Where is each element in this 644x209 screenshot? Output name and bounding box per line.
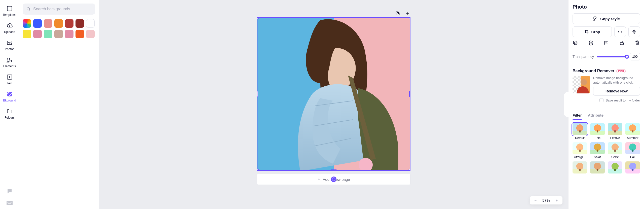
color-swatch[interactable] — [54, 19, 63, 28]
duplicate-page-icon[interactable] — [395, 11, 400, 16]
bg-remover-title: Background Remover — [573, 69, 614, 73]
zoom-out-button[interactable]: − — [533, 198, 538, 202]
resize-edge[interactable] — [409, 91, 410, 97]
remove-now-button[interactable]: Remove Now — [593, 87, 640, 96]
copy-style-label: Copy Style — [600, 17, 620, 21]
color-swatch[interactable] — [86, 19, 95, 28]
filter-option[interactable]: Epic — [590, 123, 605, 140]
nav-photos[interactable]: Photos — [0, 37, 19, 54]
copy-style-button[interactable]: Copy Style — [573, 13, 640, 24]
zoom-value[interactable]: 57% — [542, 198, 550, 202]
transparency-value[interactable]: 100 — [630, 53, 640, 60]
filter-option[interactable]: Cali — [625, 142, 640, 159]
color-swatch[interactable] — [65, 30, 73, 38]
crop-button[interactable]: Crop — [573, 26, 612, 37]
photos-icon — [6, 39, 13, 46]
nav-background[interactable]: Bkground — [0, 88, 19, 105]
filter-option[interactable] — [625, 161, 640, 175]
keyboard-icon[interactable] — [6, 199, 13, 206]
filter-option[interactable] — [573, 161, 587, 175]
nav-label: Uploads — [4, 30, 15, 34]
filter-option[interactable]: Selfie — [608, 142, 622, 159]
lock-icon[interactable] — [619, 40, 625, 46]
resize-edge[interactable] — [257, 91, 258, 97]
flip-vertical-button[interactable] — [628, 26, 640, 37]
nav-label: Bkground — [3, 99, 16, 102]
filter-option[interactable]: Solar — [590, 142, 605, 159]
color-swatch[interactable] — [86, 30, 95, 38]
flip-horizontal-icon — [618, 29, 623, 34]
save-result-row[interactable]: Save result to my folder — [573, 98, 640, 102]
right-panel-collapse-handle[interactable] — [564, 92, 569, 117]
svg-rect-8 — [7, 201, 13, 205]
resize-handle[interactable] — [408, 169, 410, 171]
resize-edge[interactable] — [330, 169, 337, 171]
bg-remover-body: Remove image background automatically wi… — [573, 76, 640, 96]
layers-icon[interactable] — [588, 40, 594, 46]
svg-point-14 — [27, 8, 30, 10]
filter-label: Cali — [630, 155, 635, 159]
filter-option[interactable] — [608, 161, 622, 175]
add-new-page-button[interactable]: Add a new page — [257, 174, 410, 185]
filter-option[interactable] — [590, 161, 605, 175]
filter-label: Aftergl… — [574, 155, 586, 159]
svg-rect-20 — [620, 43, 623, 45]
filter-option[interactable]: Default — [573, 123, 587, 140]
search-backgrounds[interactable] — [23, 4, 95, 15]
color-swatch[interactable] — [23, 30, 31, 38]
background-panel — [19, 0, 99, 209]
color-swatch[interactable] — [33, 30, 42, 38]
save-result-label: Save result to my folder — [605, 98, 640, 102]
canvas-stage[interactable] — [257, 17, 410, 171]
svg-point-6 — [9, 191, 9, 191]
nav-text[interactable]: Text — [0, 71, 19, 88]
svg-rect-0 — [7, 6, 12, 11]
nav-templates[interactable]: Templates — [0, 3, 19, 20]
plus-icon — [317, 178, 321, 181]
filter-option[interactable]: Summer — [625, 123, 640, 140]
color-swatch[interactable] — [33, 19, 42, 28]
search-input[interactable] — [33, 7, 92, 11]
svg-rect-18 — [574, 42, 577, 45]
trash-icon[interactable] — [634, 40, 640, 46]
filter-label: Default — [575, 136, 585, 140]
flip-vertical-icon — [632, 29, 637, 34]
add-page-icon[interactable] — [405, 11, 410, 16]
color-swatch[interactable] — [75, 19, 84, 28]
checkbox-icon[interactable] — [599, 98, 603, 102]
duplicate-icon[interactable] — [573, 40, 578, 46]
svg-rect-19 — [574, 41, 576, 44]
panel-title: Photo — [573, 4, 640, 10]
color-swatch[interactable] — [54, 30, 63, 38]
resize-edge[interactable] — [330, 17, 337, 18]
color-swatch[interactable] — [65, 19, 73, 28]
color-swatch[interactable] — [44, 30, 52, 38]
filter-label: Epic — [594, 136, 600, 140]
bg-remover-desc: Remove image background automatically wi… — [593, 76, 640, 85]
canvas-image[interactable] — [257, 18, 410, 170]
filter-option[interactable]: Aftergl… — [573, 142, 587, 159]
canvas-area[interactable]: Add a new page − 57% + — [99, 0, 569, 209]
tab-attribute[interactable]: Attribute — [588, 111, 604, 120]
color-swatch[interactable] — [75, 30, 84, 38]
transparency-row: Transparency 100 — [573, 53, 640, 60]
color-swatch[interactable] — [23, 19, 31, 28]
svg-rect-16 — [396, 12, 398, 14]
search-icon — [26, 7, 31, 11]
color-swatches — [23, 19, 95, 38]
filter-label: Selfie — [611, 155, 619, 159]
nav-uploads[interactable]: Uploads — [0, 20, 19, 37]
nav-elements[interactable]: Elements — [0, 54, 19, 71]
zoom-in-button[interactable]: + — [554, 198, 559, 202]
tab-filter[interactable]: Filter — [573, 111, 582, 120]
transparency-slider[interactable] — [597, 56, 627, 57]
color-swatch[interactable] — [44, 19, 52, 28]
nav-folders[interactable]: Folders — [0, 105, 19, 122]
nav-bottom — [0, 188, 19, 206]
filter-label: Festive — [610, 136, 620, 140]
filter-option[interactable]: Festive — [608, 123, 622, 140]
chat-icon[interactable] — [6, 188, 13, 195]
align-icon[interactable] — [603, 40, 609, 46]
pro-badge: PRO — [616, 69, 626, 73]
flip-horizontal-button[interactable] — [614, 26, 626, 37]
